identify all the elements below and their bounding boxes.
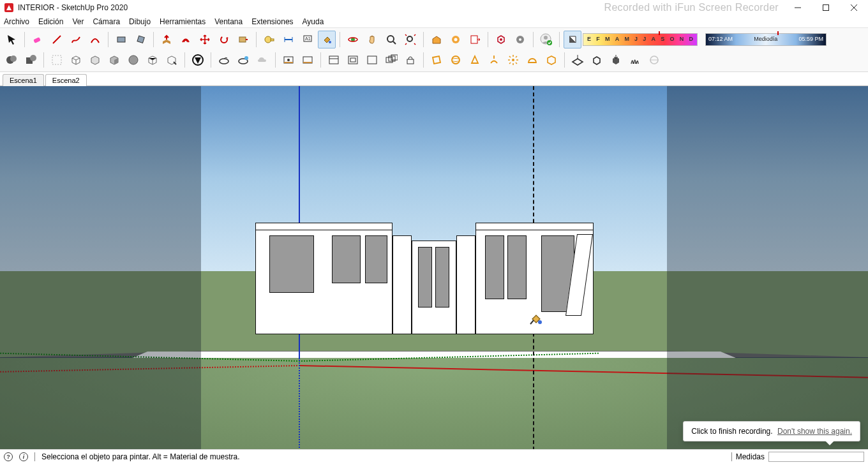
pan-tool-icon[interactable] — [363, 31, 381, 48]
style-monochrome-icon[interactable] — [144, 51, 161, 69]
svg-rect-50 — [348, 56, 357, 64]
rotate-tool-icon[interactable] — [215, 31, 233, 48]
time-mid-label: Mediodía — [754, 36, 777, 42]
minimize-button[interactable] — [784, 0, 812, 15]
svg-point-36 — [30, 55, 36, 61]
viewport-3d[interactable]: Click to finish recording. Don't show th… — [0, 86, 868, 449]
user-account-icon[interactable] — [537, 31, 555, 48]
menu-dibujo[interactable]: Dibujo — [129, 17, 151, 26]
vray-render-icon[interactable] — [215, 51, 233, 69]
zoom-tool-icon[interactable] — [382, 31, 400, 48]
menu-ver[interactable]: Ver — [72, 17, 84, 26]
maximize-button[interactable] — [812, 0, 840, 15]
send-to-layout-icon[interactable] — [466, 31, 484, 48]
svg-line-6 — [53, 36, 61, 43]
menu-archivo[interactable]: Archivo — [4, 17, 29, 26]
window-title: INTERIOR - SketchUp Pro 2020 — [18, 3, 128, 12]
line-tool-icon[interactable] — [48, 31, 66, 48]
close-button[interactable] — [840, 0, 868, 15]
vray-batch-icon[interactable] — [382, 51, 400, 69]
scene-tab-1[interactable]: Escena1 — [3, 74, 44, 86]
vray-light-rect-icon[interactable] — [428, 51, 445, 69]
eraser-tool-icon[interactable] — [29, 31, 47, 48]
extension-icon-1[interactable] — [492, 31, 510, 48]
measurement-label: Medidas — [736, 452, 765, 461]
vray-object-clipper-icon[interactable] — [645, 51, 663, 69]
dimension-tool-icon[interactable] — [280, 31, 297, 48]
vray-light-ies-icon[interactable] — [485, 51, 503, 69]
vray-light-omni-icon[interactable] — [504, 51, 522, 69]
svg-point-34 — [10, 56, 17, 62]
toolbar-area: A1 EFMAMJJASOND 07:12 AM Mediodía — [0, 28, 868, 72]
vray-viewport-icon-2[interactable] — [299, 51, 317, 69]
svg-line-67 — [516, 56, 517, 57]
extension-manager-icon[interactable] — [511, 31, 529, 48]
measurement-input[interactable] — [768, 452, 864, 462]
menu-extensiones[interactable]: Extensiones — [251, 17, 293, 26]
move-tool-icon[interactable] — [196, 31, 214, 48]
paint-bucket-tool-icon[interactable] — [318, 31, 336, 48]
vray-frame-icon-1[interactable] — [325, 51, 343, 69]
svg-rect-51 — [350, 58, 355, 62]
menu-herramientas[interactable]: Herramientas — [160, 17, 206, 26]
orbit-tool-icon[interactable] — [344, 31, 362, 48]
menu-ventana[interactable]: Ventana — [214, 17, 243, 26]
menu-edicion[interactable]: Edición — [38, 17, 63, 26]
offset-tool-icon[interactable] — [177, 31, 195, 48]
vray-asset-icon[interactable] — [189, 51, 207, 69]
toolbar-row-2 — [3, 50, 865, 70]
svg-point-21 — [387, 36, 394, 42]
svg-text:A1: A1 — [305, 36, 311, 41]
vray-object-proxy-import-icon[interactable] — [607, 51, 625, 69]
section-cursor-icon[interactable] — [163, 51, 181, 69]
vray-light-dome-icon[interactable] — [523, 51, 541, 69]
vray-frame-icon-3[interactable] — [363, 51, 381, 69]
style-hidden-line-icon[interactable] — [86, 51, 104, 69]
vray-light-sphere-icon[interactable] — [447, 51, 465, 69]
extension-warehouse-icon[interactable] — [447, 31, 465, 48]
svg-rect-5 — [33, 37, 41, 43]
svg-point-25 — [454, 38, 458, 41]
menu-ayuda[interactable]: Ayuda — [303, 17, 324, 26]
tape-tool-icon[interactable] — [260, 31, 278, 48]
tooltip-dismiss-link[interactable]: Don't show this again. — [777, 427, 852, 436]
menu-camara[interactable]: Cámara — [93, 17, 120, 26]
vray-object-proxy-icon[interactable] — [588, 51, 606, 69]
zoom-extents-tool-icon[interactable] — [401, 31, 419, 48]
vray-object-fur-icon[interactable] — [626, 51, 644, 69]
followme-tool-icon[interactable] — [234, 31, 252, 48]
vray-viewport-icon-1[interactable] — [280, 51, 297, 69]
svg-point-9 — [221, 36, 227, 43]
info-icon[interactable] — [19, 452, 28, 461]
3d-warehouse-icon[interactable] — [428, 31, 445, 48]
scene-tab-2[interactable]: Escena2 — [45, 74, 87, 86]
vray-lock-icon[interactable] — [401, 51, 419, 69]
rectangle-rotated-tool-icon[interactable] — [131, 31, 149, 48]
select-tool-icon[interactable] — [3, 31, 20, 48]
shadows-toggle-icon[interactable] — [564, 31, 581, 48]
svg-rect-26 — [471, 36, 477, 43]
pushpull-tool-icon[interactable] — [158, 31, 176, 48]
vray-light-spot-icon[interactable] — [466, 51, 484, 69]
selection-toys-icon-1[interactable] — [48, 51, 66, 69]
vray-interactive-icon[interactable] — [234, 51, 252, 69]
arc-tool-icon[interactable] — [86, 31, 104, 48]
shadow-date-slider[interactable]: EFMAMJJASOND — [583, 33, 698, 46]
vray-object-infinite-plane-icon[interactable] — [569, 51, 587, 69]
svg-rect-8 — [137, 36, 144, 43]
style-shaded-icon[interactable] — [105, 51, 123, 69]
svg-rect-10 — [239, 37, 246, 42]
style-shaded-texture-icon[interactable] — [124, 51, 142, 69]
vray-light-mesh-icon[interactable] — [542, 51, 560, 69]
help-icon[interactable] — [4, 452, 13, 461]
solid-tools-icon-1[interactable] — [3, 51, 20, 69]
freehand-tool-icon[interactable] — [67, 31, 85, 48]
text-tool-icon[interactable]: A1 — [299, 31, 317, 48]
vray-cloud-icon[interactable] — [253, 51, 271, 69]
vray-frame-icon-2[interactable] — [344, 51, 362, 69]
style-wireframe-icon[interactable] — [67, 51, 85, 69]
svg-line-66 — [516, 63, 517, 64]
rectangle-tool-icon[interactable] — [112, 31, 130, 48]
solid-tools-icon-2[interactable] — [22, 51, 40, 69]
shadow-time-slider[interactable]: 07:12 AM Mediodía 05:59 PM — [705, 33, 827, 46]
